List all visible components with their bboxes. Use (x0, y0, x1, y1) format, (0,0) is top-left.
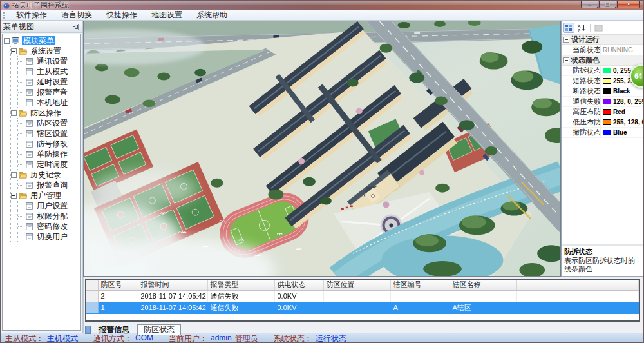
property-row[interactable]: 高压布防Red (562, 107, 643, 117)
table-cell[interactable]: 2 (98, 290, 138, 302)
category-expander[interactable] (564, 57, 569, 63)
tree-expander[interactable] (11, 110, 17, 116)
bottom-tab-1[interactable]: 防区状态 (137, 324, 181, 335)
alphabetical-sort-button[interactable]: A Z (576, 23, 587, 33)
table-cell[interactable] (516, 290, 639, 302)
table-row[interactable]: 12018-11-07 14:05:42通信失败0.0KVAA辖区 (86, 302, 639, 313)
minimize-button[interactable]: – (581, 1, 598, 8)
pin-icon[interactable] (73, 23, 80, 30)
menu-item-2[interactable]: 快捷操作 (99, 10, 144, 20)
column-header-1[interactable]: 报警时间 (138, 280, 207, 290)
tree-item-label: 主从模式 (35, 67, 69, 76)
column-header-3[interactable]: 供电状态 (274, 280, 323, 290)
tree-item[interactable]: 主从模式 (18, 66, 80, 77)
property-panel: A Z 设计运行当前状态RUN (561, 21, 643, 277)
column-header-2[interactable]: 报警类型 (207, 280, 274, 290)
table-cell[interactable] (516, 302, 639, 313)
table-cell[interactable]: A辖区 (450, 302, 516, 313)
tree-item[interactable]: 用户设置 (18, 201, 80, 211)
column-header-7[interactable] (516, 280, 639, 290)
property-row[interactable]: 通信失败128, 0, 255 (562, 97, 643, 107)
tree-item[interactable]: 防区操作 (11, 108, 80, 118)
table-cell[interactable] (390, 290, 450, 302)
toolbar-grip[interactable] (3, 12, 5, 19)
category-expander[interactable] (564, 37, 569, 43)
maximize-button[interactable]: ▢ (599, 1, 616, 8)
tree-item[interactable]: 切换用户 (18, 231, 80, 242)
table-cell[interactable]: A (390, 302, 450, 313)
tree-item[interactable]: 报警声音 (18, 87, 80, 97)
table-cell[interactable]: 2018-11-07 14:05:42 (138, 290, 207, 302)
row-indicator[interactable] (86, 302, 98, 313)
table-cell[interactable]: 1 (98, 302, 138, 313)
tree-item[interactable]: 密码修改 (18, 221, 80, 231)
tree-item[interactable]: 模块菜单 (4, 35, 80, 46)
tree-item[interactable]: 防区设置 (18, 118, 80, 128)
tree-children: 防区设置辖区设置防号修改单防操作定时调度 (17, 118, 80, 170)
tree-item[interactable]: 历史记录 (11, 170, 80, 180)
property-label: 断路状态 (562, 86, 600, 96)
tree-item[interactable]: 权限分配 (18, 211, 80, 221)
table-cell[interactable]: 0.0KV (274, 302, 323, 313)
doc-icon (26, 151, 33, 158)
property-value[interactable]: Black (600, 86, 643, 96)
property-row[interactable]: 撤防状态Blue (562, 128, 643, 138)
column-header-0[interactable]: 防区号 (98, 280, 138, 290)
campus-map-view[interactable] (83, 21, 561, 277)
tree-item[interactable]: 辖区设置 (18, 128, 80, 139)
property-value[interactable]: Blue (600, 128, 643, 137)
tree-item[interactable]: 用户管理 (11, 190, 80, 201)
bottom-tab-0[interactable]: 报警信息 (93, 325, 135, 335)
tree-item[interactable]: 本机地址 (18, 97, 80, 108)
doc-icon (26, 202, 33, 210)
tab-scroll-marker[interactable] (85, 326, 91, 334)
property-value[interactable]: Red (600, 107, 643, 117)
tree-expander[interactable] (11, 48, 17, 54)
title-bar[interactable]: 拓天电子围栏系统 – ▢ ✕ (1, 1, 643, 10)
tree-item[interactable]: 系统设置 (11, 46, 80, 56)
table-cell[interactable]: 通信失败 (207, 290, 274, 302)
property-label: 当前状态 (562, 45, 600, 55)
table-row[interactable]: 22018-11-07 14:05:42通信失败0.0KV (86, 290, 639, 302)
tree-item[interactable]: 定时调度 (18, 159, 80, 170)
status-value: admin (211, 333, 232, 343)
property-row[interactable]: 当前状态RUNNING (562, 45, 643, 55)
column-header-5[interactable]: 辖区编号 (390, 280, 450, 290)
property-category[interactable]: 状态颜色 (562, 55, 643, 66)
table-cell[interactable]: 0.0KV (274, 290, 323, 302)
menu-item-0[interactable]: 软件操作 (9, 10, 54, 20)
property-row[interactable]: 断路状态Black (562, 86, 643, 97)
tree-expander[interactable] (11, 193, 17, 199)
close-button[interactable]: ✕ (617, 1, 640, 8)
tree-item-label: 本机地址 (35, 98, 69, 107)
property-value[interactable]: RUNNING (600, 45, 643, 55)
column-header-4[interactable]: 防区位置 (323, 280, 390, 290)
tree-item[interactable]: 报警查询 (18, 180, 80, 190)
property-row[interactable]: 低压布防255, 128, 0 (562, 117, 643, 128)
table-cell[interactable] (450, 290, 516, 302)
table-cell[interactable] (323, 302, 390, 313)
property-value[interactable]: 255, 128, 0 (600, 117, 643, 127)
menu-item-4[interactable]: 系统帮助 (189, 10, 234, 20)
property-pages-button[interactable] (593, 23, 604, 33)
tree-item[interactable]: 通讯设置 (18, 56, 80, 66)
tree-item[interactable]: 单防操作 (18, 149, 80, 159)
row-indicator[interactable] (86, 290, 98, 302)
campus-aerial-render (84, 21, 560, 276)
tree-expander[interactable] (4, 38, 10, 44)
property-value[interactable]: 128, 0, 255 (600, 97, 643, 106)
table-cell[interactable] (323, 290, 390, 302)
table-cell[interactable]: 2018-11-07 14:05:42 (138, 302, 207, 313)
tree-item-label: 防区操作 (29, 108, 62, 117)
tree-item[interactable]: 防号修改 (18, 139, 80, 149)
menu-item-3[interactable]: 地图设置 (144, 10, 189, 20)
tree-expander[interactable] (11, 172, 17, 178)
table-cell[interactable]: 通信失败 (207, 302, 274, 313)
property-category[interactable]: 设计运行 (562, 35, 643, 45)
column-header-6[interactable]: 辖区名称 (450, 280, 516, 290)
status-suffix: 管理员 (235, 333, 258, 343)
property-value-text: Black (613, 88, 630, 95)
categorized-view-button[interactable] (564, 23, 574, 33)
menu-item-1[interactable]: 语言切换 (54, 10, 99, 20)
tree-item[interactable]: 延时设置 (18, 77, 80, 87)
